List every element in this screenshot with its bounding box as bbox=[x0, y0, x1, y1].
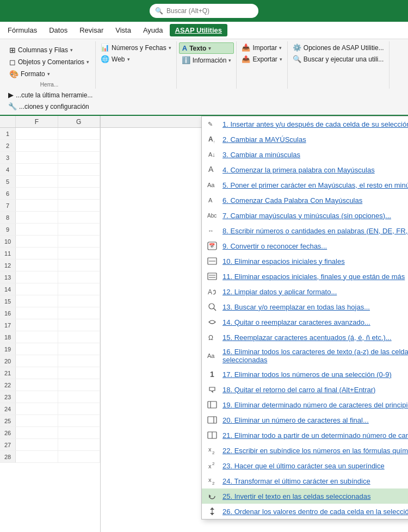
list-item[interactable]: 18. Quitar el retorno del carro al final… bbox=[202, 382, 408, 397]
cell-f[interactable] bbox=[16, 343, 58, 355]
btn-exportar[interactable]: 📤 Exportar ▾ bbox=[239, 54, 285, 64]
cell-g[interactable] bbox=[58, 355, 100, 367]
list-item[interactable]: 13. Buscar y/o reemplazar en todas las h… bbox=[202, 299, 408, 314]
cell-g[interactable] bbox=[58, 343, 100, 355]
cell-g[interactable] bbox=[58, 212, 100, 223]
cell-f[interactable] bbox=[16, 331, 58, 343]
btn-format[interactable]: 🎨 Formato ▾ bbox=[7, 69, 53, 79]
btn-web[interactable]: 🌐 Web ▾ bbox=[98, 54, 174, 64]
cell-f[interactable] bbox=[16, 200, 58, 211]
cell-g[interactable] bbox=[58, 379, 100, 391]
cell-f[interactable] bbox=[16, 367, 58, 379]
menu-datos[interactable]: Datos bbox=[44, 24, 73, 36]
btn-informacion[interactable]: ℹ️ Información ▾ bbox=[179, 55, 234, 65]
list-item[interactable]: A 4. Comenzar la primera palabra con May… bbox=[202, 162, 408, 177]
cell-g[interactable] bbox=[58, 224, 100, 235]
list-item[interactable]: Aa 5. Poner el primer carácter en Mayúsc… bbox=[202, 177, 408, 193]
btn-numbers-dates[interactable]: 📊 Números y Fechas ▾ bbox=[98, 42, 174, 53]
search-input[interactable] bbox=[166, 7, 253, 15]
cell-f[interactable] bbox=[16, 236, 58, 247]
list-item[interactable]: 11. Eliminar espacios iniciales, finales… bbox=[202, 269, 408, 284]
list-item[interactable]: 20. Eliminar un número de caracteres al … bbox=[202, 412, 408, 428]
list-item[interactable]: 10. Eliminar espacios iniciales y finale… bbox=[202, 253, 408, 269]
btn-asap-options[interactable]: ⚙️ Opciones de ASAP Utilitie... bbox=[290, 42, 387, 53]
list-item[interactable]: Ω 15. Reemplazar caracteres acentuados (… bbox=[202, 330, 408, 345]
cell-f[interactable] bbox=[16, 283, 58, 295]
cell-g[interactable] bbox=[58, 427, 100, 438]
cell-f[interactable] bbox=[16, 164, 58, 175]
cell-g[interactable] bbox=[58, 439, 100, 450]
cell-g[interactable] bbox=[58, 367, 100, 379]
cell-g[interactable] bbox=[58, 307, 100, 319]
list-item[interactable]: x2 24. Transformar el último carácter en… bbox=[202, 473, 408, 488]
btn-last-tool[interactable]: ▶ ...cute la última herramie... bbox=[5, 90, 95, 100]
cell-f[interactable] bbox=[16, 451, 58, 462]
cell-g[interactable] bbox=[58, 248, 100, 259]
list-item[interactable]: A↑ 2. Cambiar a MAYÚSculas bbox=[202, 132, 408, 147]
cell-g[interactable] bbox=[58, 140, 100, 151]
btn-columns-rows[interactable]: ⊞ Columnas y Filas ▾ bbox=[7, 45, 76, 55]
menu-vista[interactable]: Vista bbox=[110, 24, 137, 36]
menu-formulas[interactable]: Fórmulas bbox=[2, 24, 42, 36]
cell-f[interactable] bbox=[16, 415, 58, 426]
btn-importar[interactable]: 📥 Importar ▾ bbox=[239, 42, 285, 53]
cell-g[interactable] bbox=[58, 152, 100, 163]
list-item[interactable]: ↔ 8. Escribir números o cantidades en pa… bbox=[202, 223, 408, 238]
cell-g[interactable] bbox=[58, 391, 100, 403]
cell-f[interactable] bbox=[16, 259, 58, 271]
list-item[interactable]: Abc 7. Cambiar mayúsculas y minúsculas (… bbox=[202, 208, 408, 223]
menu-asap[interactable]: ASAP Utilities bbox=[170, 24, 227, 36]
cell-f[interactable] bbox=[16, 319, 58, 331]
cell-g[interactable] bbox=[58, 176, 100, 187]
cell-g[interactable] bbox=[58, 283, 100, 295]
cell-f[interactable] bbox=[16, 176, 58, 187]
cell-f[interactable] bbox=[16, 224, 58, 235]
list-item[interactable]: 25. Invertir el texto en las celdas sele… bbox=[202, 488, 408, 504]
list-item[interactable]: A 6. Comenzar Cada Palabra Con Mayúscula… bbox=[202, 193, 408, 208]
list-item[interactable]: Aa 16. Eliminar todos los caracteres de … bbox=[202, 345, 408, 367]
btn-search-run[interactable]: 🔍 Buscar y ejecutar una utili... bbox=[290, 54, 387, 64]
cell-f[interactable] bbox=[16, 427, 58, 438]
btn-config[interactable]: 🔧 ...ciones y configuración bbox=[5, 101, 95, 112]
cell-g[interactable] bbox=[58, 415, 100, 426]
menu-revisar[interactable]: Revisar bbox=[74, 24, 109, 36]
cell-g[interactable] bbox=[58, 200, 100, 211]
cell-f[interactable] bbox=[16, 212, 58, 223]
list-item[interactable]: 14. Quitar o reemplazar caracteres avanz… bbox=[202, 314, 408, 330]
cell-f[interactable] bbox=[16, 307, 58, 319]
cell-f[interactable] bbox=[16, 439, 58, 450]
cell-f[interactable] bbox=[16, 295, 58, 307]
btn-objects-comments[interactable]: ◻ Objetos y Comentarios ▾ bbox=[7, 57, 92, 67]
list-item[interactable]: 📅 9. Convertir o reconocer fechas... bbox=[202, 238, 408, 253]
list-item[interactable]: 19. Eliminar determinado número de carac… bbox=[202, 397, 408, 412]
list-item[interactable]: A↓ 3. Cambiar a minúsculas bbox=[202, 147, 408, 162]
cell-g[interactable] bbox=[58, 259, 100, 271]
list-item[interactable]: x2 22. Escribir en subíndice los números… bbox=[202, 443, 408, 458]
cell-g[interactable] bbox=[58, 164, 100, 175]
cell-f[interactable] bbox=[16, 128, 58, 139]
search-box[interactable]: 🔍 bbox=[150, 4, 258, 18]
cell-f[interactable] bbox=[16, 271, 58, 283]
btn-texto[interactable]: A Texto ▾ bbox=[179, 42, 234, 54]
cell-g[interactable] bbox=[58, 271, 100, 283]
list-item[interactable]: 1 17. Eliminar todos los números de una … bbox=[202, 367, 408, 382]
cell-f[interactable] bbox=[16, 391, 58, 403]
menu-ayuda[interactable]: Ayuda bbox=[138, 24, 169, 36]
cell-f[interactable] bbox=[16, 355, 58, 367]
cell-f[interactable] bbox=[16, 403, 58, 415]
cell-g[interactable] bbox=[58, 451, 100, 462]
cell-f[interactable] bbox=[16, 188, 58, 199]
list-item[interactable]: 21. Eliminar todo a partir de un determi… bbox=[202, 428, 408, 443]
cell-f[interactable] bbox=[16, 248, 58, 259]
cell-g[interactable] bbox=[58, 403, 100, 415]
list-item[interactable]: x2 23. Hacer que el último carácter sea … bbox=[202, 458, 408, 473]
list-item[interactable]: 26. Ordenar los valores dentro de cada c… bbox=[202, 504, 408, 519]
cell-g[interactable] bbox=[58, 295, 100, 307]
cell-g[interactable] bbox=[58, 331, 100, 343]
cell-g[interactable] bbox=[58, 128, 100, 139]
cell-g[interactable] bbox=[58, 236, 100, 247]
cell-g[interactable] bbox=[58, 319, 100, 331]
list-item[interactable]: A 12. Limpiar datos y aplicar formato... bbox=[202, 284, 408, 299]
list-item[interactable]: ✎ 1. Insertar antes y/u después de cada … bbox=[202, 116, 408, 132]
cell-g[interactable] bbox=[58, 188, 100, 199]
